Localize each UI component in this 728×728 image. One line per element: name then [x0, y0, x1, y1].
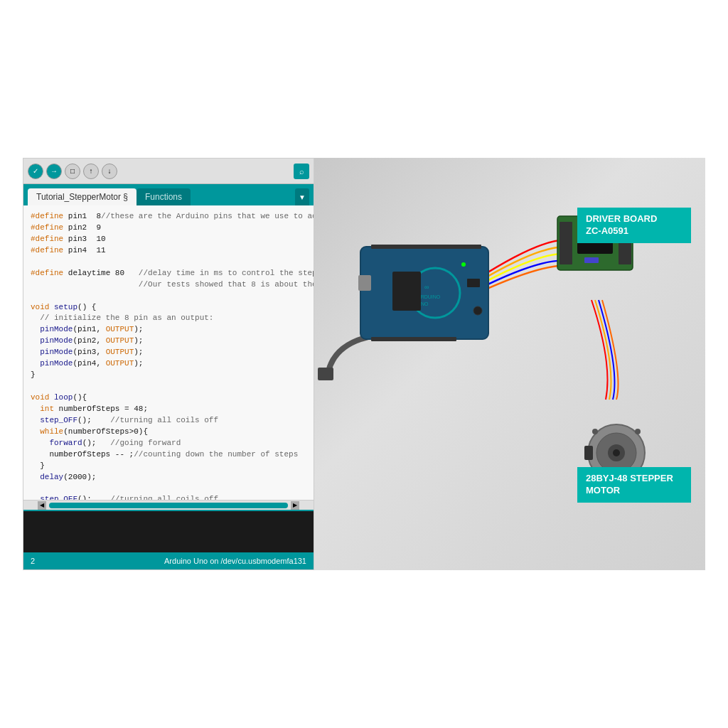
code-line-10: // initialize the 8 pin as an output: [31, 313, 306, 324]
tab-dropdown[interactable]: ▼ [295, 188, 309, 205]
svg-point-23 [592, 429, 598, 434]
svg-rect-15 [560, 222, 572, 264]
svg-rect-7 [371, 245, 481, 249]
horizontal-scrollbar[interactable] [49, 503, 288, 508]
code-line-18: int numberOfSteps = 48; [31, 404, 306, 415]
tab-active[interactable]: Tutorial_StepperMotor § [28, 188, 136, 205]
ide-panel: ✓ → □ ↑ ↓ ⌕ Tutorial_StepperMotor § Func… [23, 158, 314, 570]
svg-point-11 [473, 306, 482, 315]
new-button[interactable]: □ [65, 164, 80, 179]
upload-button[interactable]: → [46, 164, 62, 179]
scroll-left-button[interactable]: ◀ [38, 501, 46, 510]
code-line-22: numberOfSteps -- ;//counting down the nu… [31, 449, 306, 461]
code-line-5 [31, 257, 306, 268]
svg-rect-27 [584, 446, 593, 460]
code-editor[interactable]: #define pin1 8//these are the Arduino pi… [23, 205, 314, 500]
code-line-3: #define pin3 10 [31, 234, 306, 245]
code-line-16 [31, 381, 306, 392]
ide-tabs: Tutorial_StepperMotor § Functions ▼ [23, 184, 314, 205]
svg-rect-6 [358, 275, 371, 291]
code-line-19: step_OFF(); //turning all coils off [31, 415, 306, 427]
code-line-23: } [31, 461, 306, 472]
main-container: ✓ → □ ↑ ↓ ⌕ Tutorial_StepperMotor § Func… [0, 0, 728, 728]
photo-panel: ∞ ARDUINO UNO [314, 158, 705, 570]
status-line-number: 2 [31, 557, 35, 565]
svg-point-12 [461, 262, 466, 267]
stepper-motor-label: 28BYJ-48 STEPPER MOTOR [577, 467, 691, 503]
svg-rect-18 [584, 257, 599, 263]
svg-point-24 [635, 429, 641, 434]
code-line-26: step_OFF(); //turning all coils off [31, 494, 306, 500]
status-port: Arduino Uno on /dev/cu.usbmodemfa131 [164, 557, 306, 565]
code-line-8 [31, 291, 306, 302]
svg-rect-9 [392, 272, 421, 311]
code-line-14: pinMode(pin4, OUTPUT); [31, 358, 306, 370]
code-line-25 [31, 483, 306, 495]
code-line-17: void loop(){ [31, 392, 306, 404]
code-line-13: pinMode(pin3, OUTPUT); [31, 347, 306, 358]
code-line-12: pinMode(pin2, OUTPUT); [31, 336, 306, 347]
stepper-motor-label-line2: MOTOR [586, 485, 620, 496]
code-line-21: forward(); //going forward [31, 438, 306, 449]
open-button[interactable]: ↑ [83, 164, 99, 179]
save-button[interactable]: ↓ [102, 164, 117, 179]
ide-toolbar: ✓ → □ ↑ ↓ ⌕ [23, 159, 314, 184]
stepper-motor-label-line1: 28BYJ-48 STEPPER [586, 473, 673, 483]
arduino-board: ∞ ARDUINO UNO [357, 243, 492, 343]
code-line-9: void setup() { [31, 302, 306, 314]
code-line-15: } [31, 370, 306, 381]
code-line-7: //Our tests showed that 8 is about the f… [31, 279, 306, 291]
svg-rect-8 [371, 337, 456, 341]
code-line-2: #define pin2 9 [31, 223, 306, 234]
code-line-4: #define pin4 11 [31, 245, 306, 257]
scrollbar-area: ◀ ▶ [23, 500, 314, 510]
search-button[interactable]: ⌕ [294, 164, 309, 179]
content-area: ✓ → □ ↑ ↓ ⌕ Tutorial_StepperMotor § Func… [23, 158, 705, 570]
driver-board-label: DRIVER BOARD ZC-A0591 [577, 208, 691, 243]
code-line-20: while(numberOfSteps>0){ [31, 427, 306, 438]
code-line-24: delay(2000); [31, 472, 306, 483]
svg-rect-0 [318, 368, 333, 380]
console-area [23, 510, 314, 552]
code-line-1: #define pin1 8//these are the Arduino pi… [31, 211, 306, 223]
verify-button[interactable]: ✓ [28, 164, 43, 179]
scroll-right-button[interactable]: ▶ [291, 501, 299, 510]
status-bar: 2 Arduino Uno on /dev/cu.usbmodemfa131 [23, 552, 314, 569]
svg-rect-1 [360, 247, 488, 339]
photo-background: ∞ ARDUINO UNO [314, 158, 705, 570]
tab-functions[interactable]: Functions [136, 188, 191, 205]
driver-board-label-line2: ZC-A0591 [586, 225, 628, 236]
svg-text:∞: ∞ [424, 284, 429, 291]
svg-rect-10 [467, 279, 480, 287]
svg-point-22 [613, 449, 620, 456]
code-line-11: pinMode(pin1, OUTPUT); [31, 324, 306, 336]
code-line-6: #define delaytime 80 //delay time in ms … [31, 268, 306, 279]
driver-board-label-line1: DRIVER BOARD [586, 213, 657, 224]
